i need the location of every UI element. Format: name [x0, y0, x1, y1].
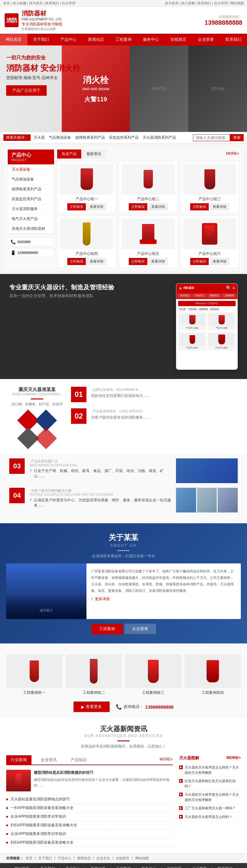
footer-link-1[interactable]: 关于我们: [38, 856, 52, 861]
newsbar-link-5[interactable]: 灭火器消防系列产品: [143, 135, 176, 140]
nav-home[interactable]: 网站首页: [0, 34, 28, 45]
mobile-nav-0[interactable]: 关于我们: [178, 293, 192, 298]
mobile-search-icon[interactable]: 🔍 ≡: [226, 285, 235, 290]
product-buy-btn-4[interactable]: 立即购买: [129, 258, 147, 265]
sidebar-item-4[interactable]: 灭火器消防服务: [8, 204, 54, 214]
nav-products[interactable]: 产品中心: [55, 34, 83, 45]
sidebar-item-0[interactable]: 灭火器设备: [8, 165, 54, 175]
product-card-1: 产品中心组二 立即购买 查看详情: [119, 161, 178, 213]
mobile-logo: 🔥 消防器材: [179, 286, 194, 290]
news-title-cn: 灭火器新闻资讯: [6, 724, 241, 734]
news-right-more[interactable]: MORE+: [226, 755, 241, 761]
tab-cases-btn[interactable]: 工程案例: [91, 624, 123, 634]
diamonds-section: 重庆灭火器准某某 GOOD COMPANY GOOD PRODU... 好口碑、…: [9, 387, 65, 446]
footer-nav-2[interactable]: 产品中心: [65, 866, 80, 868]
search-button[interactable]: 搜索: [230, 134, 244, 141]
feature-cn-1: 产品使用寿命长: [93, 409, 116, 413]
cases-more-btn[interactable]: ▶ 查看更多: [73, 702, 110, 712]
sidebar-item-1[interactable]: 气压推油设备: [8, 175, 54, 184]
news-right-text-1[interactable]: 红色灭火器和铁红色灭火器有区别吗？: [185, 778, 241, 788]
footer-link-0[interactable]: 首页: [26, 856, 32, 861]
mobile-sub-2[interactable]: 故障检查: [198, 307, 209, 311]
sidebar-item-5[interactable]: 电气灭火类产品: [8, 214, 54, 224]
logo-tagline: 专注消防器材研发与制造: [22, 22, 62, 27]
news-more[interactable]: MORE+: [160, 755, 173, 765]
mobile-product-0: 产品中心组A: [178, 312, 206, 331]
news-link-4[interactable]: 企业APP技能更多消防常识学知识: [10, 831, 173, 836]
mobile-sub-0[interactable]: 灭火器: [178, 307, 186, 311]
news-bar: 搜索关键词： 灭火器 气压推油设备 故障检查系列产品 应急监控系列产品 灭火器消…: [0, 132, 247, 143]
footer-nav-6[interactable]: 在线留言: [167, 866, 182, 868]
nav-message[interactable]: 在线留言: [164, 34, 192, 45]
news-link-2[interactable]: 企业APP技能更多消防常识学知识: [10, 814, 173, 819]
newsbar-link-1[interactable]: 灭火器: [34, 135, 45, 140]
mobile-nav-1[interactable]: 产品中心: [192, 293, 207, 298]
product-buy-btn-0[interactable]: 立即购买: [67, 203, 86, 210]
tab-new[interactable]: 最新资讯: [82, 150, 106, 158]
news-right-text-0[interactable]: 灭火器的灭火程序是怎么样的？灭火器的灭火程序解析: [185, 765, 241, 775]
product-detail-btn-0[interactable]: 查看详情: [87, 203, 106, 210]
mobile-nav-3[interactable]: 工程案例: [222, 293, 236, 298]
nav-cases[interactable]: 工程案例: [110, 34, 137, 45]
news-tab-0[interactable]: 行业新闻: [6, 755, 31, 765]
product-detail-btn-5[interactable]: 查看详情: [210, 258, 229, 265]
news-link-1[interactable]: 一扫APP就能弄消防设备安装攻略大全: [10, 805, 173, 810]
footer-link-2[interactable]: 产品中心: [58, 856, 71, 861]
footer-nav-1[interactable]: 关于我们: [40, 866, 55, 868]
tab-hot[interactable]: 热卖产品: [57, 150, 81, 158]
footer-nav-7[interactable]: 企业荣誉: [192, 866, 207, 868]
product-detail-btn-4[interactable]: 查看详情: [149, 258, 168, 265]
nav-contact[interactable]: 联系我们: [219, 34, 247, 45]
mobile-product-name-3: 产品中心组D: [209, 346, 234, 349]
nav-service[interactable]: 服务中心: [137, 34, 164, 45]
news-right-text-4[interactable]: 灭火器的灭火程序是怎么样的？: [185, 814, 232, 819]
footer-nav-3[interactable]: 新闻动态: [91, 866, 105, 868]
footer-nav-5[interactable]: 服务中心: [142, 866, 156, 868]
search-input[interactable]: [193, 134, 230, 141]
news-right-4: 灭火器的灭火程序是怎么样的？: [179, 813, 241, 822]
news-bullet-3: [6, 825, 8, 826]
footer-link-4[interactable]: 企业文化: [96, 856, 110, 861]
product-buy-btn-3[interactable]: 立即购买: [67, 258, 86, 265]
checkitem-3-0: 以满足客户的需求为中心，为您提供理论维修、维护、服务，最终实现企业一站式服务……: [29, 496, 172, 509]
newsbar-link-2[interactable]: 气压推油设备: [49, 135, 71, 140]
product-detail-btn-1[interactable]: 查看详情: [149, 203, 168, 210]
newsbar-link-3[interactable]: 故障检查系列产品: [75, 135, 105, 140]
sidebar-item-6[interactable]: 其他灭火类消防器材: [8, 224, 54, 234]
product-detail-btn-3[interactable]: 查看详情: [87, 258, 106, 265]
news-right-text-2[interactable]: 灭火器的灭火程序是怎么样的？灭火器的灭火程序解析: [185, 792, 241, 802]
mobile-nav-2[interactable]: 新闻动态: [207, 293, 221, 298]
footer-nav-4[interactable]: 工程案例: [116, 866, 131, 868]
aboutus-more[interactable]: 》更多详情: [91, 596, 236, 602]
footer-link-6[interactable]: 网站地图: [135, 856, 149, 861]
news-featured-title[interactable]: 微型消防站是反应消防救援的好技巧: [34, 770, 173, 775]
product-card-2: 产品中心组三 立即购买 查看详情: [180, 161, 239, 213]
sidebar-item-2[interactable]: 故障检查系列产品: [8, 184, 54, 194]
news-link-5[interactable]: 扫扫APP就能弄消防设备安装攻略大全: [10, 840, 173, 845]
mobile-sub-3[interactable]: 应急监控: [209, 307, 220, 311]
product-buy-btn-2[interactable]: 立即购买: [190, 203, 209, 210]
news-right-text-3[interactable]: 工厂灭火器和家用灭火器一样吗？: [185, 806, 236, 811]
news-tab-2[interactable]: 产品知识: [66, 755, 91, 765]
nav-honor[interactable]: 企业荣誉: [192, 34, 219, 45]
footer-nav-8[interactable]: 联系我们: [218, 866, 233, 868]
news-tab-1[interactable]: 企业资讯: [36, 755, 61, 765]
footer-link-5[interactable]: 在线留言: [116, 856, 129, 861]
product-buy-btn-1[interactable]: 立即购买: [129, 203, 147, 210]
news-link-3[interactable]: 扫扫APP就能查弄消防设备安装攻略大全: [10, 823, 173, 828]
newsbar-link-4[interactable]: 应急监控系列产品: [109, 135, 138, 140]
sidebar-item-3[interactable]: 应急监控系列产品: [8, 194, 54, 204]
aboutus-text: 广州某某消防设备有限公司已创建了十多年了。始终广大客户赢得的信任和好评。近几年来…: [91, 568, 236, 594]
mobile-sub-1[interactable]: 气压设备: [187, 307, 197, 311]
solutions-section: 03 产品应用范围广泛 WIDE RANGE OF APPLICATIONS 行…: [0, 454, 247, 523]
nav-news[interactable]: 新闻动态: [83, 34, 110, 45]
products-more[interactable]: MORE+: [226, 150, 239, 158]
news-link-0[interactable]: 灭火器站是最佳消防选择地点的技巧: [10, 797, 173, 802]
footer-link-3[interactable]: 新闻动态: [77, 856, 91, 861]
product-buy-btn-5[interactable]: 立即购买: [190, 258, 209, 265]
footer-nav-0[interactable]: 网站首页: [14, 866, 29, 868]
tab-honor-btn[interactable]: 企业荣誉: [124, 624, 156, 634]
banner-btn[interactable]: 产品广泛应用于: [6, 85, 47, 96]
product-detail-btn-2[interactable]: 查看详情: [210, 203, 229, 210]
nav-about[interactable]: 关于我们: [28, 34, 55, 45]
